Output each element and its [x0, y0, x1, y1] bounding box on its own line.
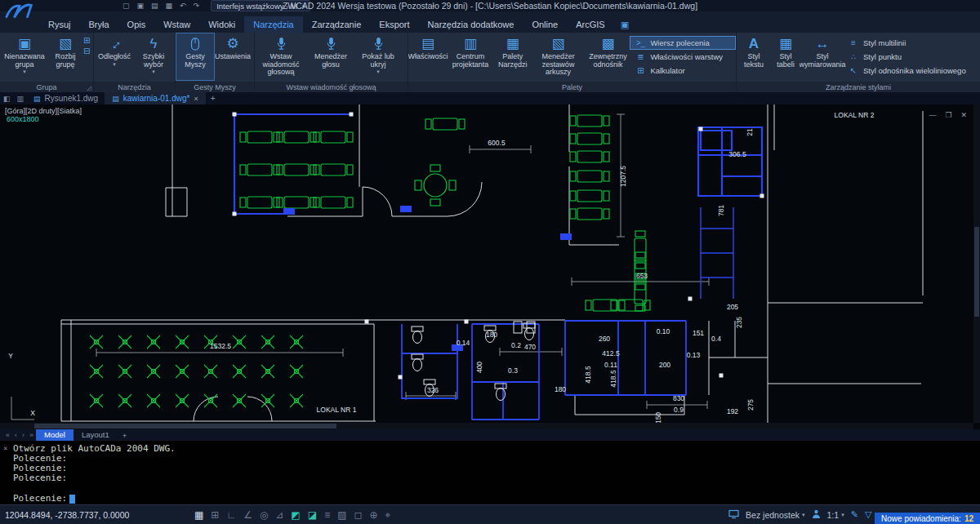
- furniture-grip[interactable]: [760, 194, 764, 198]
- layout1-tab[interactable]: Layout1: [74, 429, 118, 441]
- command-line-toggle[interactable]: >_ Wiersz polecenia: [630, 37, 735, 49]
- horizontal-scroll-thumb[interactable]: [34, 424, 336, 429]
- furniture-xchair[interactable]: [176, 394, 189, 407]
- print-icon[interactable]: ▦: [166, 1, 173, 11]
- layer-properties-button[interactable]: ≣ Właściwości warstwy: [630, 51, 735, 63]
- group-selectable-icon[interactable]: ⊟: [83, 47, 90, 56]
- furniture-xchair[interactable]: [147, 335, 160, 349]
- tab-opis[interactable]: Opis: [118, 16, 155, 33]
- furniture-table[interactable]: [314, 164, 353, 175]
- furniture-table[interactable]: [314, 131, 353, 143]
- doc-menu-icon[interactable]: ▥: [14, 92, 28, 104]
- restore-icon[interactable]: ❐: [945, 111, 951, 119]
- furniture-table[interactable]: [570, 208, 609, 220]
- furniture-grip[interactable]: [233, 113, 237, 117]
- furniture-grip[interactable]: [365, 320, 369, 324]
- furniture-vtable[interactable]: [635, 252, 646, 290]
- furniture-table[interactable]: [240, 164, 279, 175]
- calculator-button[interactable]: ⊞ Kalkulator: [630, 64, 735, 77]
- dialog-launcher-icon[interactable]: ◿: [87, 85, 91, 91]
- furniture-table[interactable]: [277, 164, 316, 175]
- tab-rysuj[interactable]: Rysuj: [39, 16, 80, 33]
- horizontal-scrollbar[interactable]: [0, 423, 973, 429]
- furniture-xchair[interactable]: [118, 394, 131, 407]
- furniture-xchair[interactable]: [290, 394, 303, 407]
- voice-manager-button[interactable]: Menedżer głosu: [306, 33, 355, 80]
- user-icon[interactable]: [812, 509, 821, 521]
- external-reference-button[interactable]: ▩ Zewnętrzny odnośnik: [586, 33, 631, 80]
- furniture-grip[interactable]: [688, 297, 693, 301]
- furniture-toilet[interactable]: [412, 354, 423, 371]
- notification-bar[interactable]: Nowe powiadomienia: 12: [875, 513, 980, 524]
- filter-icon[interactable]: ▽: [865, 509, 871, 520]
- furniture-bluerect[interactable]: [560, 233, 572, 240]
- furniture-grip[interactable]: [350, 113, 354, 117]
- status-toggle-osnap[interactable]: ◎: [260, 510, 268, 520]
- mouse-gestures-settings-button[interactable]: ⚙ Ustawienia: [214, 33, 252, 80]
- explode-group-button[interactable]: ▧ Rozbij grupę: [48, 33, 82, 80]
- drawing-area[interactable]: 600.51207.5LOKAL NR 2306.5781216531532.5…: [0, 104, 980, 429]
- furniture-grip[interactable]: [399, 375, 403, 380]
- model-space-icon[interactable]: [728, 509, 739, 521]
- next-layout-icon[interactable]: ›: [20, 431, 27, 439]
- status-toggle-mouse-gestures[interactable]: ◩: [291, 510, 300, 520]
- status-toggle-annotation-scale[interactable]: ⊕: [369, 510, 377, 520]
- furniture-xchair[interactable]: [261, 394, 274, 407]
- new-tab-icon[interactable]: +: [206, 92, 220, 104]
- point-style-button[interactable]: ∴ Styl punktu: [844, 51, 978, 63]
- furniture-xchair[interactable]: [204, 365, 217, 378]
- furniture-round-table[interactable]: [415, 165, 456, 206]
- table-style-button[interactable]: ▦ Styl tabeli: [770, 33, 801, 80]
- status-toggle-otrack[interactable]: ⊿: [275, 510, 283, 520]
- furniture-table[interactable]: [314, 197, 353, 208]
- group-edit-icon[interactable]: ⊞: [83, 37, 90, 45]
- furniture-xchair[interactable]: [147, 365, 160, 378]
- viewport-controls[interactable]: [Góra][2D druty][Siatka] 600x1800: [5, 107, 82, 123]
- units-selector[interactable]: Bez jednostek ▾: [746, 510, 804, 520]
- prev-layout-icon[interactable]: ‹: [12, 431, 20, 439]
- dimension-style-button[interactable]: ↔ Styl wymiarowania: [801, 33, 844, 80]
- undo-icon[interactable]: ↶: [180, 1, 186, 11]
- ribbon-display-toggle-icon[interactable]: ▣: [621, 16, 629, 33]
- save-icon[interactable]: ▤: [151, 1, 158, 11]
- furniture-table[interactable]: [277, 131, 316, 143]
- tab-zarządzanie[interactable]: Zarządzanie: [303, 16, 371, 33]
- furniture-xchair[interactable]: [261, 365, 274, 378]
- workspace-selector[interactable]: Interfejs wstążkowy - M ▾: [211, 0, 310, 11]
- text-style-button[interactable]: A Styl tekstu: [737, 33, 770, 80]
- furniture-table[interactable]: [570, 151, 609, 162]
- furniture-xchair[interactable]: [90, 394, 103, 407]
- furniture-xchair[interactable]: [233, 394, 246, 407]
- furniture-xchair[interactable]: [118, 365, 131, 378]
- insert-voice-message-button[interactable]: Wstaw wiadomość głosową: [256, 33, 306, 80]
- tab-arcgis[interactable]: ArcGIS: [567, 16, 613, 33]
- furniture-table[interactable]: [586, 300, 625, 311]
- furniture-toilet[interactable]: [412, 326, 423, 344]
- show-hide-voice-button[interactable]: Pokaż lub ukryj ▾: [355, 33, 401, 80]
- open-file-icon[interactable]: ▣: [137, 1, 145, 11]
- last-layout-icon[interactable]: »: [27, 431, 36, 439]
- tab-eksport[interactable]: Eksport: [370, 16, 418, 33]
- furniture-table[interactable]: [425, 118, 465, 130]
- properties-palette-button[interactable]: ▤ Właściwości: [409, 33, 447, 80]
- furniture-grip[interactable]: [719, 374, 724, 378]
- tab-widoki[interactable]: Widoki: [199, 16, 244, 33]
- status-toggle-selection-cycling[interactable]: ◻: [354, 510, 363, 520]
- furniture-vtable[interactable]: [635, 231, 646, 269]
- status-toggle-ortho[interactable]: ∟: [226, 510, 236, 520]
- tab-narzędzia-dodatkowe[interactable]: Narzędzia dodatkowe: [419, 16, 523, 33]
- first-layout-icon[interactable]: «: [3, 431, 12, 439]
- furniture-xchair[interactable]: [233, 365, 246, 378]
- furniture-bluerect[interactable]: [283, 208, 295, 215]
- mouse-gestures-button[interactable]: Gesty Myszy: [176, 33, 214, 80]
- furniture-table[interactable]: [277, 197, 316, 208]
- furniture-xchair[interactable]: [204, 394, 217, 407]
- furniture-xchair[interactable]: [290, 335, 303, 349]
- redo-icon[interactable]: ↷: [194, 1, 200, 11]
- furniture-table[interactable]: [570, 171, 609, 182]
- distance-button[interactable]: ↔ Odległość ▾: [95, 33, 134, 80]
- furniture-grip[interactable]: [699, 127, 703, 131]
- status-toggle-crosshair[interactable]: ⌖: [385, 510, 391, 520]
- furniture-toilet[interactable]: [495, 384, 506, 401]
- vertical-scrollbar[interactable]: [973, 104, 980, 423]
